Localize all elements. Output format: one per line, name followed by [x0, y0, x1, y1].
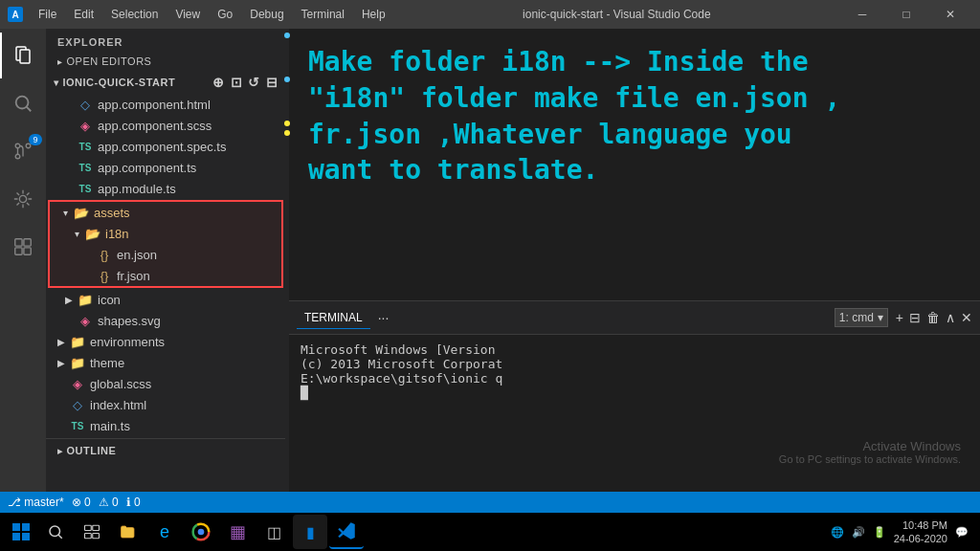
folder-theme[interactable]: ▶ 📁 theme — [46, 352, 285, 373]
menu-go[interactable]: Go — [210, 6, 240, 23]
taskbar-app1[interactable]: ▦ — [220, 515, 255, 549]
terminal-dropdown[interactable]: 1: cmd ▾ — [835, 308, 888, 327]
sidebar-divider — [46, 438, 285, 439]
taskbar-items: e ▦ ◫ ▮ — [38, 515, 831, 549]
menu-file[interactable]: File — [31, 6, 64, 23]
terminal-split-icon[interactable]: ⊟ — [909, 310, 921, 325]
errors-status[interactable]: ⊗ 0 — [72, 496, 91, 509]
taskbar-cmd[interactable]: ▮ — [293, 515, 327, 549]
terminal-cursor-icon: █ — [301, 386, 308, 400]
file-fr-json[interactable]: {} fr.json — [50, 265, 281, 286]
editor-line-1: Make folder i18n --> Inside the — [308, 44, 961, 80]
gutter-dot-4 — [284, 130, 290, 136]
file-label: app.component.spec.ts — [98, 140, 226, 154]
outline-section[interactable]: ▸ OUTLINE — [46, 441, 285, 460]
activity-search[interactable] — [0, 80, 46, 126]
file-app-component-html[interactable]: ◇ app.component.html — [46, 94, 285, 115]
open-editors-section[interactable]: ▸ OPEN EDITORS — [46, 52, 285, 71]
menu-edit[interactable]: Edit — [66, 6, 101, 23]
folder-assets[interactable]: ▾ 📂 assets — [50, 202, 281, 223]
editor-panel: Make folder i18n --> Inside the "i18n" f… — [289, 29, 980, 300]
folder-label: theme — [90, 356, 124, 370]
editor-content: Make folder i18n --> Inside the "i18n" f… — [308, 44, 961, 188]
taskbar-chrome[interactable] — [184, 515, 218, 549]
folder-icon: 📁 — [77, 293, 94, 307]
menu-selection[interactable]: Selection — [103, 6, 166, 23]
maximize-button[interactable]: □ — [884, 0, 928, 29]
taskbar-search[interactable] — [38, 515, 73, 549]
taskbar-taskview[interactable] — [75, 515, 109, 549]
terminal-tab[interactable]: TERMINAL — [297, 307, 370, 329]
file-app-component-ts[interactable]: TS app.component.ts — [46, 157, 285, 178]
ts-file-icon: TS — [77, 163, 94, 173]
taskbar-folder[interactable] — [111, 515, 145, 549]
refresh-icon[interactable]: ↺ — [248, 75, 260, 90]
svg-rect-15 — [22, 533, 30, 540]
activate-sub: Go to PC settings to activate Windows. — [779, 453, 961, 465]
git-branch-status[interactable]: ⎇ master* — [8, 496, 64, 509]
file-tree: ◇ app.component.html ◈ app.component.scs… — [46, 94, 285, 492]
warnings-status[interactable]: ⚠ 0 — [99, 496, 119, 509]
window-controls: ─ □ ✕ — [840, 0, 972, 29]
folder-environments[interactable]: ▶ 📁 environments — [46, 331, 285, 352]
file-index-html[interactable]: ◇ index.html — [46, 394, 285, 415]
ts-file-icon: TS — [77, 184, 94, 194]
info-status[interactable]: ℹ 0 — [126, 496, 141, 509]
file-shapes-svg[interactable]: ◈ shapes.svg — [46, 310, 285, 331]
terminal-container: TERMINAL ··· 1: cmd ▾ + ⊟ 🗑 ∧ ✕ Microsof… — [289, 300, 980, 492]
vscode-icon — [337, 521, 356, 540]
taskbar-edge[interactable]: e — [147, 515, 182, 549]
close-button[interactable]: ✕ — [928, 0, 972, 29]
taskbar-app2[interactable]: ◫ — [256, 515, 291, 549]
file-label: en.json — [117, 248, 157, 262]
terminal-body[interactable]: Microsoft Windows [Version (c) 2013 Micr… — [289, 335, 980, 492]
activity-explorer[interactable] — [0, 33, 46, 78]
terminal-add-icon[interactable]: + — [896, 310, 903, 325]
gutter-dot-3 — [284, 121, 290, 126]
file-main-ts[interactable]: TS main.ts — [46, 415, 285, 436]
json-file-icon: {} — [96, 248, 113, 262]
file-app-component-spec-ts[interactable]: TS app.component.spec.ts — [46, 136, 285, 157]
activate-title: Activate Windows — [779, 439, 961, 453]
file-app-module-ts[interactable]: TS app.module.ts — [46, 178, 285, 199]
time-display: 10:48 PM — [894, 518, 947, 532]
svg-rect-1 — [20, 50, 30, 63]
activate-windows: Activate Windows Go to PC settings to ac… — [779, 439, 961, 465]
start-button[interactable] — [4, 515, 38, 549]
terminal-chevron-up-icon[interactable]: ∧ — [946, 310, 955, 325]
svg-rect-18 — [85, 525, 92, 530]
title-bar-left: A File Edit Selection View Go Debug Term… — [8, 6, 393, 23]
title-bar: A File Edit Selection View Go Debug Term… — [0, 0, 980, 29]
menu-bar[interactable]: File Edit Selection View Go Debug Termin… — [31, 6, 393, 23]
activity-git[interactable]: 9 — [0, 128, 46, 174]
new-file-icon[interactable]: ⊕ — [212, 75, 225, 90]
notification-icon[interactable]: 💬 — [955, 526, 969, 539]
menu-debug[interactable]: Debug — [242, 6, 291, 23]
activity-extensions[interactable] — [0, 224, 46, 270]
taskbar-vscode[interactable] — [329, 515, 364, 549]
file-global-scss[interactable]: ◈ global.scss — [46, 373, 285, 394]
svg-point-16 — [50, 526, 60, 537]
menu-help[interactable]: Help — [354, 6, 393, 23]
ts-icon: TS — [69, 421, 86, 431]
folder-i18n[interactable]: ▾ 📂 i18n — [50, 223, 281, 244]
folder-icon[interactable]: ▶ 📁 icon — [46, 289, 285, 310]
terminal-close-icon[interactable]: ✕ — [961, 310, 972, 325]
menu-view[interactable]: View — [167, 6, 208, 23]
terminal-trash-icon[interactable]: 🗑 — [926, 310, 940, 325]
folder-open-icon: 📂 — [84, 227, 101, 241]
menu-terminal[interactable]: Terminal — [294, 6, 352, 23]
new-folder-icon[interactable]: ⊡ — [231, 75, 243, 90]
terminal-more-icon[interactable]: ··· — [378, 310, 390, 325]
project-label: IONIC-QUICK-START — [63, 77, 176, 88]
file-label: fr.json — [117, 269, 150, 283]
minimize-button[interactable]: ─ — [840, 0, 884, 29]
file-en-json[interactable]: {} en.json — [50, 244, 281, 265]
logo-text: A — [11, 10, 18, 20]
file-app-component-scss[interactable]: ◈ app.component.scss — [46, 115, 285, 136]
sidebar: EXPLORER ▸ OPEN EDITORS ▾ IONIC-QUICK-ST… — [46, 29, 285, 492]
git-badge: 9 — [29, 134, 42, 145]
folder-closed-icon: 📁 — [69, 356, 86, 370]
collapse-icon[interactable]: ⊟ — [266, 75, 278, 90]
activity-debug[interactable] — [0, 176, 46, 222]
